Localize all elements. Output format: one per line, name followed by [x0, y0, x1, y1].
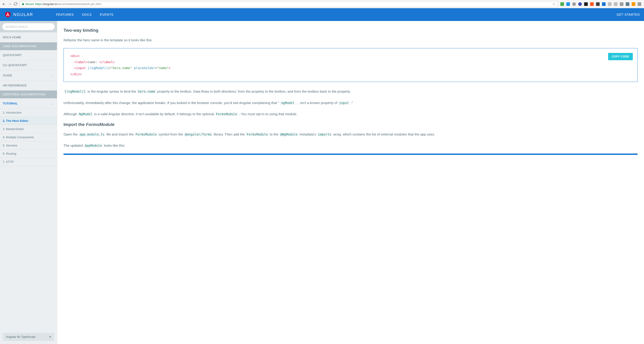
- heading-import-formsmodule: Import the FormsModule: [64, 122, 638, 127]
- bookmark-star-icon[interactable]: ☆: [552, 2, 556, 6]
- address-bar[interactable]: Secure https://angular.io/docs/ts/latest…: [20, 1, 558, 7]
- nav-events[interactable]: EVENTS: [100, 13, 113, 16]
- sidebar-section-additional: ADDITIONAL DOCUMENTATION: [0, 91, 57, 98]
- secure-badge: Secure: [22, 2, 34, 6]
- sidebar-tut-services[interactable]: 5. Services: [0, 142, 57, 150]
- nav-get-started[interactable]: GET STARTED: [616, 13, 640, 16]
- heading-two-way-binding: Two-way binding: [64, 28, 638, 33]
- reload-button[interactable]: [14, 2, 18, 6]
- extension-icon[interactable]: [560, 2, 564, 6]
- code-block: COPY CODE <div> <label>name: </label> <i…: [64, 48, 638, 82]
- forward-button[interactable]: [8, 2, 12, 6]
- extension-icon[interactable]: [566, 2, 570, 6]
- dropdown-caret-icon: ▾: [49, 335, 51, 339]
- extension-icon[interactable]: [608, 2, 612, 6]
- paragraph: Although NgModel is a valid Angular dire…: [64, 111, 638, 117]
- nav-docs[interactable]: DOCS: [82, 13, 92, 16]
- inline-code: @NgModule: [279, 132, 298, 136]
- sidebar-guide[interactable]: GUIDE ⌄: [0, 70, 57, 81]
- code-block-top-edge: [64, 154, 638, 155]
- logo[interactable]: NGULAR: [4, 11, 33, 18]
- logo-text: NGULAR: [13, 12, 33, 17]
- extension-icon[interactable]: [584, 2, 588, 6]
- inline-code: @angular/forms: [184, 132, 213, 136]
- extension-icon[interactable]: [614, 2, 618, 6]
- search-wrap: [0, 21, 57, 32]
- back-button[interactable]: [2, 2, 6, 6]
- main-content: Two-way binding Refactor the hero name i…: [57, 21, 644, 344]
- copy-code-button[interactable]: COPY CODE: [608, 53, 633, 60]
- url-text: https://angular.io/docs/ts/latest/tutori…: [35, 2, 102, 6]
- paragraph: Refactor the hero name in the template s…: [64, 37, 638, 43]
- lock-icon: [22, 3, 24, 5]
- nav-features[interactable]: FEATURES: [56, 13, 74, 16]
- extension-icon[interactable]: [572, 2, 576, 6]
- inline-code: FormsModule: [246, 132, 269, 136]
- sidebar-cli-quickstart[interactable]: CLI QUICKSTART: [0, 60, 57, 70]
- paragraph: Unfortunately, immediately after this ch…: [64, 100, 638, 106]
- extension-icon[interactable]: [578, 2, 582, 6]
- inline-code: app.module.ts: [78, 132, 106, 136]
- sidebar-tutorial-label: TUTORIAL: [3, 102, 18, 105]
- sidebar-section-core: CORE DOCUMENTATION: [0, 42, 57, 50]
- extension-icon[interactable]: [602, 2, 606, 6]
- chevron-down-icon: ⌄: [52, 73, 54, 77]
- extension-icon[interactable]: [620, 2, 624, 6]
- sidebar-tut-http[interactable]: 7. HTTP: [0, 158, 57, 166]
- sidebar-quickstart[interactable]: QUICKSTART: [0, 50, 57, 60]
- inline-code: [(ngModel)]: [64, 89, 86, 94]
- extension-icon[interactable]: [590, 2, 594, 6]
- paragraph: Open the app.module.ts file and import t…: [64, 131, 638, 137]
- inline-code: hero.name: [137, 89, 156, 94]
- sidebar-tut-components[interactable]: 4. Multiple Components: [0, 133, 57, 142]
- sidebar-api-reference[interactable]: API REFERENCE: [0, 81, 57, 91]
- inline-code: ngModel: [280, 101, 296, 105]
- inline-code: imports: [317, 132, 332, 136]
- inline-code: FormsModule: [215, 112, 238, 116]
- top-nav: NGULAR FEATURES DOCS EVENTS GET STARTED: [0, 8, 644, 21]
- extension-icon[interactable]: [632, 2, 635, 6]
- sidebar-guide-label: GUIDE: [3, 74, 12, 77]
- inline-code: input: [338, 101, 350, 105]
- sidebar-tutorial[interactable]: TUTORIAL ⌄: [0, 98, 57, 109]
- chevron-down-icon: ⌄: [52, 102, 54, 105]
- search-input[interactable]: [2, 23, 54, 30]
- sidebar: DOCS HOME CORE DOCUMENTATION QUICKSTART …: [0, 21, 57, 344]
- extension-icons: [560, 2, 642, 6]
- sidebar-tutorial-subitems: 1. Introduction 2. The Hero Editor 3. Ma…: [0, 109, 57, 166]
- sidebar-tut-introduction[interactable]: 1. Introduction: [0, 109, 57, 117]
- sidebar-tut-routing[interactable]: 6. Routing: [0, 150, 57, 158]
- paragraph: [(ngModel)] is the Angular syntax to bin…: [64, 88, 638, 94]
- inline-code: FormsModule: [134, 132, 158, 136]
- extension-icon[interactable]: [596, 2, 600, 6]
- nav-links: FEATURES DOCS EVENTS: [56, 13, 113, 16]
- secure-label: Secure: [25, 2, 34, 6]
- sidebar-tut-master-detail[interactable]: 3. Master/Detail: [0, 125, 57, 133]
- extension-icon[interactable]: [626, 2, 629, 6]
- angular-shield-icon: [4, 11, 12, 18]
- language-select-label: Angular for TypeScript: [6, 335, 35, 339]
- sidebar-tut-hero-editor[interactable]: 2. The Hero Editor: [0, 117, 57, 125]
- extension-icon[interactable]: [638, 2, 641, 6]
- browser-toolbar: Secure https://angular.io/docs/ts/latest…: [0, 0, 644, 8]
- language-select[interactable]: Angular for TypeScript ▾: [3, 333, 54, 341]
- inline-code: AppModule: [84, 144, 103, 148]
- sidebar-docs-home[interactable]: DOCS HOME: [0, 32, 57, 42]
- inline-code: NgModel: [78, 112, 93, 116]
- paragraph: The updated AppModule looks like this:: [64, 142, 638, 149]
